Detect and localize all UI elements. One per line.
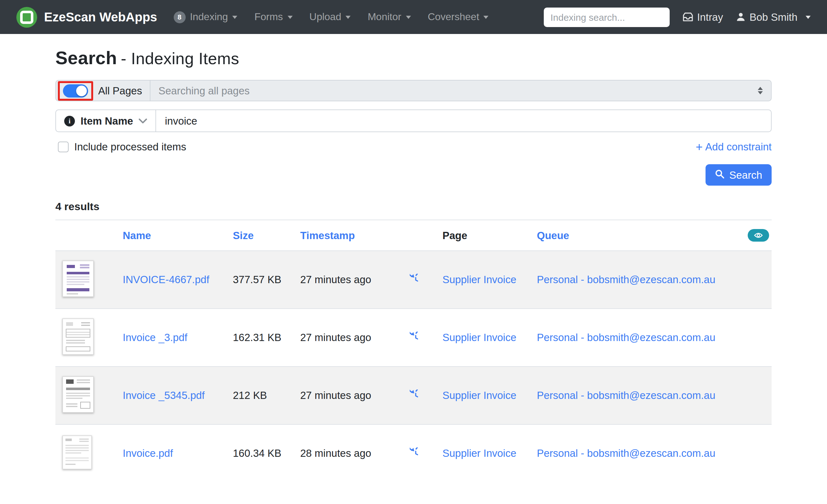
nav-item-label: Indexing [190,11,228,23]
options-row: Include processed items + Add constraint [55,141,772,153]
file-timestamp: 27 minutes ago [300,390,410,401]
page-title: Search- Indexing Items [55,48,772,68]
file-timestamp: 27 minutes ago [300,332,410,344]
search-button-label: Search [729,169,762,181]
nav-item-label: Forms [254,11,283,23]
page-link[interactable]: Supplier Invoice [442,274,517,285]
user-name: Bob Smith [749,11,797,23]
ezescan-webapps-page: EzeScan WebApps 8 Indexing Forms Upload … [0,0,827,504]
user-icon [736,12,746,22]
toggle-thumbnails-button[interactable] [748,229,769,242]
chevron-down-icon [484,15,489,18]
all-pages-toggle[interactable] [63,84,88,97]
nav-item-coversheet[interactable]: Coversheet [428,11,489,23]
field-selector-label: Item Name [81,115,133,127]
include-processed-label: Include processed items [74,141,186,153]
chevron-down-icon [139,118,148,123]
file-size: 377.57 KB [233,274,300,286]
add-constraint-label: Add constraint [705,141,772,153]
document-thumbnail[interactable] [62,436,92,469]
history-icon[interactable] [410,332,422,344]
queue-link[interactable]: Personal - bobsmith@ezescan.com.au [537,274,715,285]
chevron-down-icon [345,15,350,18]
page-link[interactable]: Supplier Invoice [442,447,517,459]
page-title-subtitle: - Indexing Items [121,49,239,68]
brand-title[interactable]: EzeScan WebApps [44,10,157,24]
intray-icon [682,12,693,22]
chevron-down-icon [406,15,411,18]
nav-item-monitor[interactable]: Monitor [368,11,411,23]
intray-button[interactable]: Intray [682,11,723,23]
file-size: 160.34 KB [233,447,300,459]
actions-row: Search [55,164,772,186]
plus-icon: + [696,141,703,153]
table-row: Invoice _3.pdf 162.31 KB 27 minutes ago … [55,308,772,366]
page-title-main: Search [55,48,117,68]
file-link[interactable]: Invoice _5345.pdf [123,390,205,401]
annotation-highlight [58,81,93,100]
nav-item-upload[interactable]: Upload [309,11,350,23]
search-term-input[interactable] [156,110,771,132]
file-timestamp: 27 minutes ago [300,274,410,286]
nav-item-label: Monitor [368,11,401,23]
top-navbar: EzeScan WebApps 8 Indexing Forms Upload … [0,0,827,34]
indexing-count-badge: 8 [174,11,185,23]
queue-link[interactable]: Personal - bobsmith@ezescan.com.au [537,390,715,401]
table-row: INVOICE-4667.pdf 377.57 KB 27 minutes ag… [55,251,772,308]
sort-header-queue[interactable]: Queue [537,229,569,241]
include-processed-checkbox-wrap[interactable]: Include processed items [55,141,186,153]
history-icon[interactable] [410,274,422,286]
search-icon [715,169,724,181]
select-updown-icon [758,87,763,95]
sort-header-size[interactable]: Size [233,229,254,241]
ezescan-logo-icon [16,7,37,28]
file-link[interactable]: Invoice _3.pdf [123,332,188,343]
nav-item-label: Coversheet [428,11,479,23]
queue-link[interactable]: Personal - bobsmith@ezescan.com.au [537,447,715,459]
document-thumbnail[interactable] [62,376,94,413]
navbar-search-input[interactable] [543,7,669,27]
include-processed-checkbox[interactable] [58,142,68,152]
search-button[interactable]: Search [705,164,772,186]
field-selector-dropdown[interactable]: i Item Name [56,110,156,132]
nav-item-forms[interactable]: Forms [254,11,292,23]
history-icon[interactable] [410,447,422,459]
main-nav: 8 Indexing Forms Upload Monitor Covershe… [174,11,488,23]
intray-label: Intray [697,11,723,23]
chevron-down-icon [232,15,237,18]
main-content: Search- Indexing Items All Pages Searchi… [55,34,772,482]
document-thumbnail[interactable] [62,318,94,355]
info-icon: i [64,115,75,126]
nav-item-label: Upload [309,11,341,23]
sort-header-name[interactable]: Name [123,229,151,241]
eye-icon [754,231,763,240]
all-pages-select-value: Searching all pages [158,85,250,97]
add-constraint-link[interactable]: + Add constraint [696,141,772,153]
file-size: 212 KB [233,390,300,401]
file-link[interactable]: Invoice.pdf [123,447,173,459]
document-thumbnail[interactable] [62,260,94,297]
history-icon[interactable] [410,390,422,401]
chevron-down-icon [806,15,811,18]
table-row: Invoice.pdf 160.34 KB 28 minutes ago Sup… [55,424,772,482]
user-menu[interactable]: Bob Smith [736,11,811,23]
header-page: Page [442,229,537,241]
file-timestamp: 28 minutes ago [300,447,410,459]
chevron-down-icon [287,15,292,18]
all-pages-prepend: All Pages [56,81,150,101]
nav-item-indexing[interactable]: 8 Indexing [174,11,237,23]
search-field-group: i Item Name [55,109,772,132]
page-link[interactable]: Supplier Invoice [442,390,517,401]
page-link[interactable]: Supplier Invoice [442,332,517,343]
table-row: Invoice _5345.pdf 212 KB 27 minutes ago … [55,366,772,424]
all-pages-select[interactable]: Searching all pages [150,81,771,101]
all-pages-label: All Pages [98,85,142,97]
queue-link[interactable]: Personal - bobsmith@ezescan.com.au [537,332,715,343]
results-count: 4 results [55,201,772,213]
table-header-row: Name Size Timestamp Page Queue [55,219,772,251]
toggle-knob [76,85,87,96]
sort-header-timestamp[interactable]: Timestamp [300,229,355,241]
file-link[interactable]: INVOICE-4667.pdf [123,274,209,285]
all-pages-filter-group: All Pages Searching all pages [55,80,772,101]
results-table: Name Size Timestamp Page Queue [55,219,772,482]
